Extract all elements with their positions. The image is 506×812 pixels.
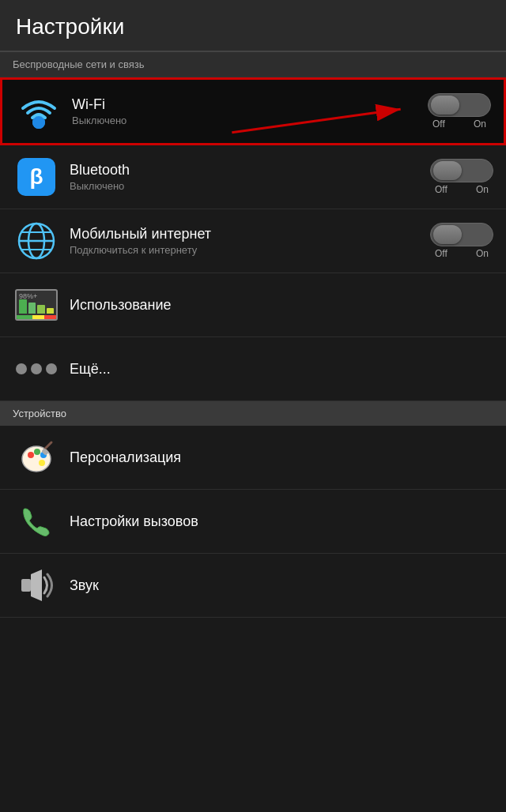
- personalization-text: Персонализация: [70, 449, 493, 466]
- call-settings-item[interactable]: Настройки вызовов: [0, 490, 506, 554]
- wifi-subtitle: Выключено: [72, 115, 428, 126]
- header: Настройки: [0, 0, 506, 51]
- mobile-internet-text: Мобильный интернет Подключиться к интерн…: [70, 226, 430, 256]
- sound-item[interactable]: Звук: [0, 554, 506, 618]
- mobile-internet-title: Мобильный интернет: [70, 226, 430, 242]
- sound-icon-wrap: [13, 562, 60, 609]
- personalization-icon: [17, 438, 56, 477]
- mobile-internet-icon: [17, 221, 56, 261]
- more-icon-wrap: [13, 345, 60, 393]
- more-item[interactable]: Ещё...: [0, 337, 506, 401]
- wifi-toggle[interactable]: [428, 93, 491, 117]
- mobile-internet-item[interactable]: Мобильный интернет Подключиться к интерн…: [0, 209, 506, 273]
- more-title: Ещё...: [70, 361, 493, 378]
- call-settings-title: Настройки вызовов: [70, 513, 493, 530]
- mobile-toggle-thumb: [433, 225, 462, 244]
- bluetooth-toggle-thumb: [433, 161, 462, 180]
- bluetooth-off-label: Off: [435, 184, 447, 195]
- wifi-icon-wrap: [15, 88, 62, 135]
- call-settings-icon-wrap: [13, 498, 60, 545]
- svg-marker-16: [31, 570, 42, 601]
- mobile-toggle-labels: Off On: [430, 248, 493, 259]
- svg-point-9: [28, 452, 34, 458]
- personalization-title: Персонализация: [70, 449, 493, 466]
- bluetooth-toggle-labels: Off On: [430, 184, 493, 195]
- usage-icon-wrap: 98%+: [13, 281, 60, 329]
- bluetooth-item[interactable]: β Bluetooth Выключено Off On: [0, 145, 506, 209]
- mobile-off-label: Off: [435, 248, 447, 259]
- bluetooth-toggle-wrap[interactable]: Off On: [430, 159, 493, 195]
- sound-text: Звук: [70, 577, 493, 594]
- svg-point-12: [39, 460, 45, 466]
- mobile-internet-subtitle: Подключиться к интернету: [70, 244, 430, 256]
- wifi-toggle-labels: Off On: [428, 118, 491, 130]
- call-settings-icon: [17, 502, 55, 540]
- bluetooth-text: Bluetooth Выключено: [70, 162, 430, 192]
- usage-item[interactable]: 98%+ Использование: [0, 273, 506, 337]
- svg-line-13: [45, 442, 51, 449]
- svg-point-10: [34, 449, 40, 455]
- wireless-section-header: Беспроводные сети и связь: [0, 51, 506, 77]
- wifi-icon: [20, 92, 58, 130]
- wifi-text: Wi-Fi Выключено: [72, 96, 428, 126]
- bluetooth-title: Bluetooth: [70, 162, 430, 179]
- usage-text: Использование: [70, 297, 493, 314]
- mobile-internet-icon-wrap: [13, 217, 60, 265]
- bluetooth-subtitle: Выключено: [70, 180, 430, 192]
- wifi-title: Wi-Fi: [72, 96, 428, 113]
- usage-icon: 98%+: [15, 289, 58, 321]
- bluetooth-toggle[interactable]: [430, 159, 493, 182]
- mobile-on-label: On: [476, 248, 489, 259]
- svg-rect-15: [21, 579, 31, 592]
- personalization-item[interactable]: Персонализация: [0, 426, 506, 490]
- device-section-header: Устройство: [0, 401, 506, 426]
- usage-title: Использование: [70, 297, 493, 314]
- wifi-toggle-thumb: [431, 96, 459, 115]
- more-dots-icon: [16, 363, 57, 374]
- page-title: Настройки: [16, 14, 124, 39]
- bluetooth-on-label: On: [476, 184, 489, 195]
- mobile-toggle[interactable]: [430, 223, 493, 246]
- personalization-icon-wrap: [13, 434, 60, 481]
- sound-title: Звук: [70, 577, 493, 594]
- wifi-toggle-wrap[interactable]: Off On: [428, 93, 491, 130]
- sound-icon: [17, 568, 56, 603]
- bluetooth-icon-wrap: β: [13, 153, 60, 201]
- more-text: Ещё...: [70, 361, 493, 378]
- wifi-on-label: On: [474, 118, 486, 130]
- mobile-toggle-wrap[interactable]: Off On: [430, 223, 493, 259]
- wifi-off-label: Off: [432, 118, 445, 130]
- bluetooth-icon: β: [17, 158, 55, 196]
- wifi-item[interactable]: Wi-Fi Выключено Off On: [0, 77, 506, 145]
- call-settings-text: Настройки вызовов: [70, 513, 493, 530]
